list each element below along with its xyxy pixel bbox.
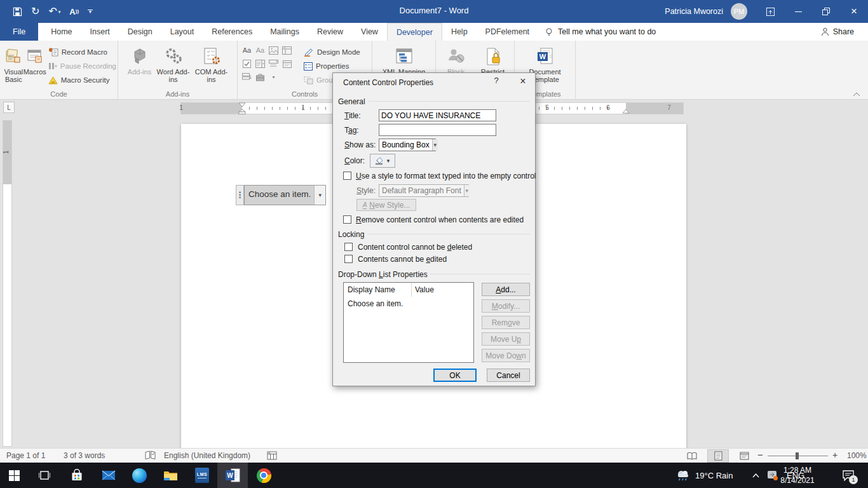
- remove-button[interactable]: Remove: [482, 316, 530, 329]
- add-button[interactable]: Add...: [482, 283, 530, 296]
- add-ins-button[interactable]: Add-ins: [128, 42, 152, 90]
- weather-icon[interactable]: [675, 467, 691, 484]
- start-button[interactable]: [6, 467, 22, 484]
- zoom-level[interactable]: 100%: [847, 451, 867, 460]
- tab-references[interactable]: References: [203, 23, 261, 41]
- remove-when-edited-checkbox[interactable]: [343, 215, 351, 224]
- move-down-button[interactable]: Move Down: [482, 349, 530, 362]
- picture-control-icon[interactable]: [268, 44, 280, 56]
- tab-home[interactable]: Home: [42, 23, 81, 41]
- tab-view[interactable]: View: [352, 23, 387, 41]
- proofing-icon[interactable]: [145, 451, 156, 460]
- macro-recording-icon[interactable]: [267, 451, 277, 460]
- ribbon-display-options-button[interactable]: [756, 0, 784, 23]
- visual-basic-button[interactable]: Visual Basic: [4, 42, 24, 90]
- right-indent-marker[interactable]: [622, 109, 630, 114]
- content-control-arrow-icon[interactable]: ▼: [314, 186, 325, 205]
- dropdown-list-control-icon[interactable]: [268, 58, 280, 69]
- building-block-gallery-icon[interactable]: [281, 44, 293, 56]
- tab-insert[interactable]: Insert: [81, 23, 119, 41]
- properties-button[interactable]: Properties: [302, 59, 372, 73]
- com-add-ins-button[interactable]: COM Add-ins: [195, 42, 228, 90]
- avatar[interactable]: PM: [731, 3, 747, 20]
- new-style-button[interactable]: A New Style...: [356, 199, 416, 211]
- ok-button[interactable]: OK: [433, 369, 477, 382]
- tab-review[interactable]: Review: [308, 23, 352, 41]
- cannot-delete-checkbox[interactable]: [344, 243, 353, 251]
- tab-layout[interactable]: Layout: [161, 23, 203, 41]
- restore-button[interactable]: [812, 0, 840, 23]
- style-dropdown-arrow-icon: ▼: [464, 185, 470, 196]
- use-style-checkbox[interactable]: [343, 172, 351, 180]
- close-button[interactable]: ×: [840, 0, 868, 23]
- user-name[interactable]: Patricia Mworozi: [665, 7, 723, 16]
- content-control-dropdown[interactable]: ••• Choose an item. ▼: [236, 185, 326, 205]
- dialog-close-button[interactable]: ×: [516, 76, 530, 88]
- page-indicator[interactable]: Page 1 of 1: [6, 451, 45, 460]
- task-view-button[interactable]: [36, 467, 53, 484]
- show-as-dropdown-arrow-icon[interactable]: ▼: [432, 139, 438, 151]
- legacy-tools-icon[interactable]: [254, 71, 266, 83]
- cancel-button[interactable]: Cancel: [487, 369, 530, 382]
- tab-design[interactable]: Design: [119, 23, 161, 41]
- tab-developer[interactable]: Developer: [387, 23, 442, 41]
- tab-file[interactable]: File: [0, 23, 38, 41]
- tray-chevron-icon[interactable]: [747, 467, 764, 484]
- cannot-edit-checkbox[interactable]: [344, 255, 353, 263]
- tag-field-input[interactable]: [379, 124, 496, 136]
- design-mode-button[interactable]: Design Mode: [302, 45, 372, 59]
- content-control-text[interactable]: Choose an item.: [245, 186, 314, 205]
- macros-button[interactable]: Macros: [24, 42, 46, 90]
- mail-icon[interactable]: [100, 467, 117, 484]
- show-as-dropdown[interactable]: Bounding Box ▼: [379, 139, 436, 151]
- zoom-slider-thumb[interactable]: [796, 452, 799, 459]
- combo-box-control-icon[interactable]: [254, 58, 266, 69]
- vertical-ruler[interactable]: 1: [3, 121, 11, 446]
- share-button[interactable]: Share: [807, 23, 868, 41]
- edge-icon[interactable]: [131, 467, 147, 484]
- dialog-help-button[interactable]: ?: [489, 76, 503, 88]
- date-picker-control-icon[interactable]: [281, 58, 293, 69]
- zoom-in-button[interactable]: +: [832, 450, 837, 460]
- collapse-ribbon-icon[interactable]: [853, 92, 860, 97]
- list-item[interactable]: Choose an item.: [348, 299, 403, 308]
- word-add-ins-button[interactable]: Word Add-ins: [157, 42, 190, 90]
- svg-text:W: W: [227, 472, 233, 479]
- first-line-indent-marker[interactable]: [238, 102, 246, 114]
- zoom-out-button[interactable]: −: [757, 449, 763, 460]
- print-layout-button[interactable]: [707, 449, 729, 463]
- dropdown-items-list[interactable]: Display Name Value Choose an item.: [343, 282, 474, 363]
- macro-security-button[interactable]: Macro Security: [46, 73, 116, 87]
- weather-text[interactable]: 19°C Rain: [695, 471, 733, 480]
- language-indicator[interactable]: English (United Kingdom): [164, 451, 250, 460]
- tab-stop-selector[interactable]: L: [3, 102, 15, 113]
- tell-me-box[interactable]: Tell me what you want to do: [538, 23, 662, 41]
- rich-text-control-icon[interactable]: Aa: [241, 44, 253, 56]
- modify-button[interactable]: Modify...: [482, 299, 530, 313]
- title-field-input[interactable]: [379, 109, 496, 121]
- style-dropdown[interactable]: Default Paragraph Font ▼: [379, 184, 469, 197]
- web-layout-button[interactable]: [733, 449, 755, 463]
- lms-app-icon[interactable]: LMS: [194, 467, 210, 484]
- pause-recording-button[interactable]: Pause Recording: [46, 59, 116, 73]
- section-dropdown-list-properties: Drop-Down List Properties: [338, 270, 428, 279]
- microsoft-store-icon[interactable]: [69, 467, 85, 484]
- content-control-handle[interactable]: •••: [236, 185, 244, 205]
- word-icon[interactable]: W: [224, 467, 241, 484]
- record-macro-button[interactable]: Record Macro: [46, 45, 116, 59]
- minimize-button[interactable]: [784, 0, 812, 23]
- color-picker-button[interactable]: ▼: [370, 154, 395, 168]
- file-explorer-icon[interactable]: [162, 467, 179, 484]
- clock[interactable]: 1:28 AM 8/14/2021: [776, 465, 818, 485]
- move-up-button[interactable]: Move Up: [482, 332, 530, 346]
- chrome-icon[interactable]: [255, 467, 272, 484]
- read-mode-button[interactable]: [681, 449, 703, 463]
- legacy-tools-dropdown-icon[interactable]: ▾: [268, 71, 280, 83]
- word-count[interactable]: 3 of 3 words: [64, 451, 105, 460]
- plain-text-control-icon[interactable]: Aa: [254, 44, 266, 56]
- repeating-section-control-icon[interactable]: [241, 71, 253, 83]
- tab-help[interactable]: Help: [442, 23, 477, 41]
- tab-pdfelement[interactable]: PDFelement: [477, 23, 538, 41]
- checkbox-control-icon[interactable]: [241, 58, 253, 69]
- tab-mailings[interactable]: Mailings: [261, 23, 308, 41]
